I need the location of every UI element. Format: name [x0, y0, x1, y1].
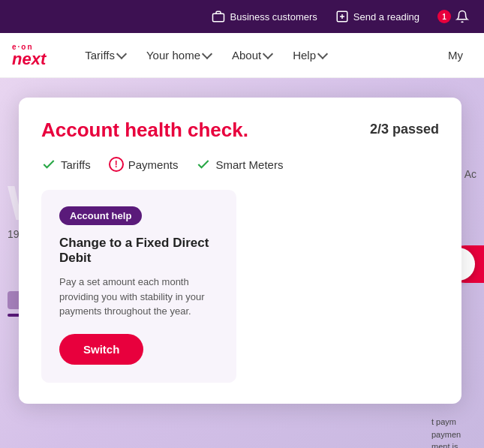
nav-your-home[interactable]: Your home	[137, 43, 220, 68]
check-items-row: Tariffs ! Payments Smart Meters	[41, 157, 439, 172]
svg-rect-0	[213, 14, 224, 22]
logo[interactable]: e·on next	[12, 44, 46, 68]
modal-title: Account health check.	[41, 119, 248, 142]
business-customers-link[interactable]: Business customers	[212, 10, 317, 23]
modal-passed: 2/3 passed	[370, 122, 439, 137]
top-bar: Business customers Send a reading 1	[0, 0, 484, 33]
briefcase-icon	[212, 10, 225, 23]
card-description: Pay a set amount each month providing yo…	[59, 275, 218, 319]
account-health-check-modal: Account health check. 2/3 passed Tariffs…	[19, 98, 461, 404]
business-customers-label: Business customers	[230, 11, 317, 23]
check-item-payments: ! Payments	[109, 157, 179, 172]
send-reading-link[interactable]: Send a reading	[335, 10, 419, 23]
bg-ac-text: Ac	[464, 168, 476, 180]
your-home-chevron-icon	[202, 49, 212, 59]
nav-help[interactable]: Help	[284, 43, 335, 68]
notification-badge: 1	[437, 10, 451, 23]
nav-my[interactable]: My	[439, 43, 472, 68]
check-item-smart-meters: Smart Meters	[196, 157, 283, 172]
check-payments-label: Payments	[128, 158, 179, 171]
check-item-tariffs: Tariffs	[41, 157, 91, 172]
help-chevron-icon	[317, 49, 328, 59]
check-smart-meters-icon	[196, 157, 211, 172]
meter-icon	[335, 10, 349, 23]
bell-icon	[455, 10, 469, 23]
account-help-card: Account help Change to a Fixed Direct De…	[41, 190, 236, 383]
nav-about[interactable]: About	[223, 43, 281, 68]
card-badge: Account help	[59, 206, 142, 225]
about-chevron-icon	[263, 49, 273, 59]
bg-next-payment-text: t paym paymen ment is s after issued.	[431, 416, 476, 448]
notifications-item[interactable]: 1	[437, 10, 469, 23]
check-smart-meters-label: Smart Meters	[215, 158, 283, 171]
switch-button[interactable]: Switch	[59, 334, 143, 365]
send-reading-label: Send a reading	[353, 11, 419, 23]
tariffs-chevron-icon	[116, 49, 127, 59]
logo-next-text: next	[12, 51, 46, 68]
nav-tariffs[interactable]: Tariffs	[76, 43, 134, 68]
warning-payments-icon: !	[109, 157, 124, 172]
card-title: Change to a Fixed Direct Debit	[59, 236, 218, 266]
main-nav: Tariffs Your home About Help My	[76, 43, 472, 68]
nav-bar: e·on next Tariffs Your home About Help M…	[0, 33, 484, 78]
check-tariffs-label: Tariffs	[61, 158, 91, 171]
check-tariffs-icon	[41, 157, 56, 172]
modal-header: Account health check. 2/3 passed	[41, 119, 439, 142]
